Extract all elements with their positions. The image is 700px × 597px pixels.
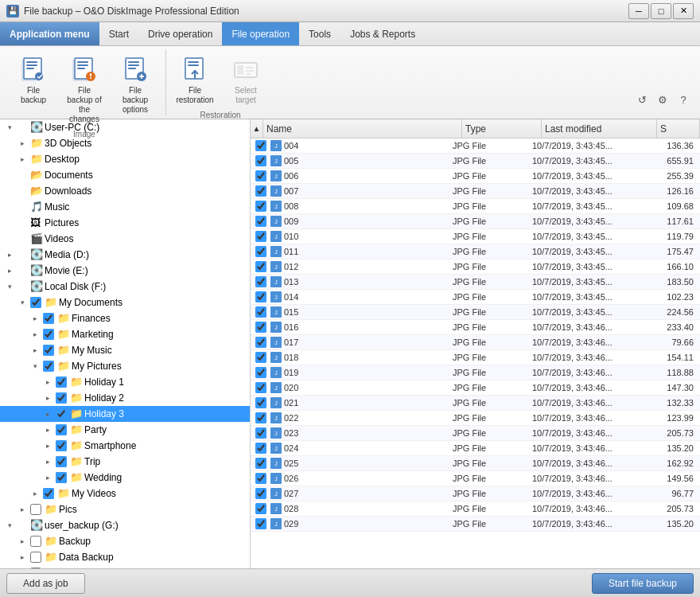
file-checkbox-024[interactable]	[255, 443, 266, 454]
file-backup-changes-button[interactable]: File backup ofthe changes	[60, 51, 108, 128]
tree-expander-3d-objects[interactable]	[16, 137, 29, 150]
tree-checkbox-wedding[interactable]	[56, 472, 67, 483]
tree-checkbox-my-videos[interactable]	[43, 488, 54, 499]
file-row[interactable]: J007JPG File10/7/2019, 3:43:45...126.16	[251, 184, 700, 199]
tree-expander-my-documents[interactable]	[16, 296, 29, 309]
tree-item-my-videos[interactable]: 📁My Videos	[0, 486, 250, 501]
file-row[interactable]: J004JPG File10/7/2019, 3:43:45...136.36	[251, 139, 700, 154]
file-operation-menu-item[interactable]: File operation	[222, 22, 299, 45]
tree-checkbox-finances[interactable]	[43, 313, 54, 324]
file-row[interactable]: J024JPG File10/7/2019, 3:43:46...135.20	[251, 441, 700, 456]
file-checkbox-021[interactable]	[255, 397, 266, 408]
file-row[interactable]: J029JPG File10/7/2019, 3:43:46...135.20	[251, 517, 700, 532]
start-file-backup-button[interactable]: Start file backup	[592, 573, 694, 594]
app-menu-item[interactable]: Application menu	[0, 22, 99, 45]
file-row[interactable]: J027JPG File10/7/2019, 3:43:46...96.77	[251, 486, 700, 501]
type-col-header[interactable]: Type	[462, 119, 542, 138]
tree-item-local-f[interactable]: 💽Local Disk (F:)	[0, 279, 250, 295]
file-checkbox-026[interactable]	[255, 473, 266, 484]
tree-checkbox-marketing[interactable]	[43, 329, 54, 340]
tree-checkbox-recovery[interactable]	[30, 568, 41, 568]
tree-item-marketing[interactable]: 📁Marketing	[0, 326, 250, 342]
file-checkbox-013[interactable]	[255, 276, 266, 287]
file-row[interactable]: J016JPG File10/7/2019, 3:43:46...233.40	[251, 320, 700, 335]
file-row[interactable]: J020JPG File10/7/2019, 3:43:46...147.30	[251, 380, 700, 396]
file-checkbox-004[interactable]	[255, 140, 266, 151]
file-row[interactable]: J013JPG File10/7/2019, 3:43:45...183.50	[251, 275, 700, 290]
tree-expander-party[interactable]	[41, 423, 54, 436]
tree-item-downloads[interactable]: 📂Downloads	[0, 183, 250, 199]
file-checkbox-006[interactable]	[255, 170, 266, 181]
tree-expander-marketing[interactable]	[29, 328, 41, 341]
file-backup-button[interactable]: Filebackup	[10, 51, 57, 109]
tree-item-my-documents[interactable]: 📁My Documents	[0, 295, 250, 310]
tree-item-trip[interactable]: 📁Trip	[0, 454, 250, 470]
start-menu-item[interactable]: Start	[99, 22, 138, 45]
minimize-button[interactable]: ─	[628, 3, 649, 19]
tree-expander-wedding[interactable]	[41, 471, 54, 484]
tree-item-party[interactable]: 📁Party	[0, 422, 250, 438]
file-checkbox-020[interactable]	[255, 382, 266, 393]
file-row[interactable]: J028JPG File10/7/2019, 3:43:46...205.73	[251, 501, 700, 517]
tree-checkbox-holiday2[interactable]	[56, 392, 67, 404]
file-checkbox-014[interactable]	[255, 291, 266, 302]
tree-item-pictures[interactable]: 🖼Pictures	[0, 215, 250, 231]
tree-expander-my-pictures[interactable]	[29, 360, 41, 373]
tree-item-movie-e[interactable]: 💽Movie (E:)	[0, 263, 250, 279]
file-row[interactable]: J019JPG File10/7/2019, 3:43:46...118.88	[251, 365, 700, 380]
file-checkbox-011[interactable]	[255, 246, 266, 257]
tree-checkbox-holiday1[interactable]	[56, 377, 67, 388]
drive-operation-menu-item[interactable]: Drive operation	[138, 22, 222, 45]
file-checkbox-009[interactable]	[255, 216, 266, 227]
tree-expander-my-videos[interactable]	[29, 487, 41, 500]
file-checkbox-028[interactable]	[255, 503, 266, 514]
tree-item-data-backup[interactable]: 📁Data Backup	[0, 549, 250, 565]
tree-expander-movie-e[interactable]	[3, 264, 16, 277]
file-row[interactable]: J010JPG File10/7/2019, 3:43:45...119.79	[251, 229, 700, 244]
tree-checkbox-data-backup[interactable]	[30, 552, 41, 563]
file-checkbox-019[interactable]	[255, 367, 266, 378]
tree-item-documents[interactable]: 📂Documents	[0, 167, 250, 183]
tree-checkbox-party[interactable]	[56, 424, 67, 435]
file-checkbox-012[interactable]	[255, 261, 266, 272]
tree-item-holiday2[interactable]: 📁Holiday 2	[0, 390, 250, 406]
refresh-button[interactable]: ↺	[633, 91, 651, 108]
settings-button[interactable]: ⚙	[654, 91, 671, 108]
tree-expander-pictures[interactable]	[16, 217, 29, 229]
file-row[interactable]: J014JPG File10/7/2019, 3:43:45...102.23	[251, 290, 700, 305]
file-checkbox-025[interactable]	[255, 458, 266, 469]
tree-item-holiday1[interactable]: 📁Holiday 1	[0, 374, 250, 390]
tree-expander-holiday2[interactable]	[41, 392, 54, 404]
tree-expander-holiday3[interactable]	[41, 408, 54, 420]
file-checkbox-007[interactable]	[255, 185, 266, 197]
tree-item-videos[interactable]: 🎬Videos	[0, 231, 250, 247]
help-button[interactable]: ?	[675, 91, 692, 108]
tree-checkbox-smartphone[interactable]	[56, 440, 67, 451]
file-row[interactable]: J011JPG File10/7/2019, 3:43:45...175.47	[251, 244, 700, 259]
tree-expander-user-backup-g[interactable]	[3, 519, 16, 532]
tree-item-finances[interactable]: 📁Finances	[0, 310, 250, 326]
file-checkbox-029[interactable]	[255, 518, 266, 529]
file-row[interactable]: J009JPG File10/7/2019, 3:43:45...117.61	[251, 214, 700, 229]
file-checkbox-018[interactable]	[255, 352, 266, 363]
close-button[interactable]: ✕	[673, 3, 694, 19]
tree-checkbox-trip[interactable]	[56, 456, 67, 467]
tree-expander-documents[interactable]	[16, 169, 29, 181]
file-checkbox-027[interactable]	[255, 488, 266, 499]
file-row[interactable]: J018JPG File10/7/2019, 3:43:46...154.11	[251, 350, 700, 365]
tree-expander-local-f[interactable]	[3, 280, 16, 293]
size-col-header[interactable]: S	[657, 119, 700, 138]
tree-item-desktop[interactable]: 📁Desktop	[0, 151, 250, 167]
file-checkbox-016[interactable]	[255, 322, 266, 333]
tools-menu-item[interactable]: Tools	[299, 22, 340, 45]
tree-expander-videos[interactable]	[16, 232, 29, 245]
file-checkbox-015[interactable]	[255, 306, 266, 318]
tree-expander-trip[interactable]	[41, 455, 54, 468]
tree-expander-holiday1[interactable]	[41, 376, 54, 388]
tree-item-user-backup-g[interactable]: 💽user_backup (G:)	[0, 517, 250, 533]
file-checkbox-017[interactable]	[255, 337, 266, 348]
tree-checkbox-my-music[interactable]	[43, 345, 54, 356]
add-as-job-button[interactable]: Add as job	[6, 573, 85, 594]
tree-expander-my-music[interactable]	[29, 344, 41, 357]
tree-checkbox-holiday3[interactable]	[56, 408, 67, 419]
